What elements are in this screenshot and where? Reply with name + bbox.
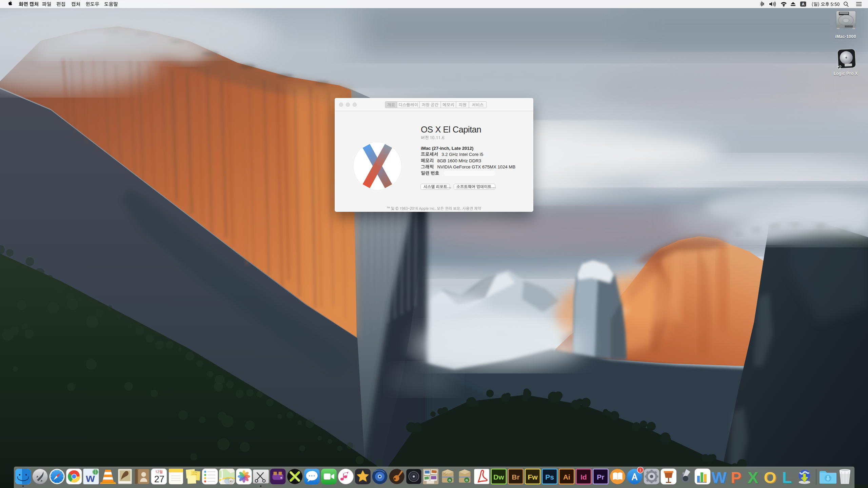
svg-text:Ps: Ps (545, 473, 554, 481)
svg-text:3D: 3D (229, 480, 233, 483)
svg-text:W: W (711, 468, 727, 486)
svg-text:27: 27 (154, 474, 164, 484)
svg-text:OS X El Capitan: OS X El Capitan (421, 125, 481, 134)
svg-text:3.2 GHz Intel Core i5: 3.2 GHz Intel Core i5 (441, 152, 483, 157)
svg-text:L: L (782, 468, 792, 486)
svg-text:Pr: Pr (597, 473, 604, 481)
svg-text:X: X (748, 468, 758, 486)
svg-text:Fw: Fw (528, 473, 538, 481)
svg-text:A: A (802, 2, 805, 6)
svg-text:1: 1 (639, 468, 642, 472)
svg-text:NVIDIA GeForce GTX 675MX 1024: NVIDIA GeForce GTX 675MX 1024 MB (437, 164, 515, 169)
svg-text:iMac (27-inch, Late 2012): iMac (27-inch, Late 2012) (421, 146, 473, 151)
svg-text:G: G (449, 479, 451, 482)
svg-text:Ai: Ai (563, 473, 570, 481)
svg-text:Dw: Dw (493, 473, 504, 481)
svg-text:8GB 1600 MHz DDR3: 8GB 1600 MHz DDR3 (437, 158, 481, 163)
svg-text:Br: Br (512, 473, 519, 481)
svg-text:G: G (466, 479, 468, 482)
svg-text:P: P (731, 468, 741, 486)
svg-text:O: O (764, 468, 776, 486)
svg-text:Id: Id (580, 473, 587, 481)
